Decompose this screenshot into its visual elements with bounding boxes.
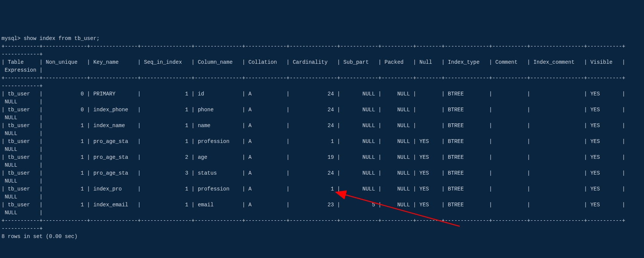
terminal-output[interactable]: mysql> show index from tb_user; +-------… xyxy=(2,35,642,241)
